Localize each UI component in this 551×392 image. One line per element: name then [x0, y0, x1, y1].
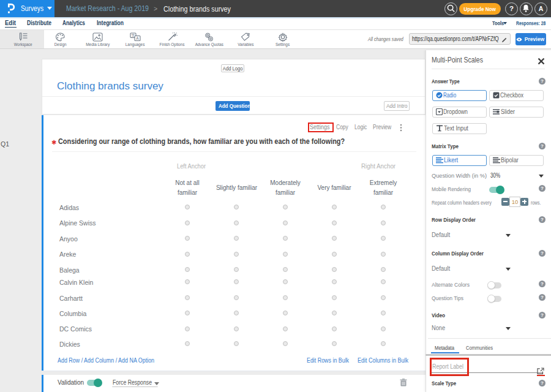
svg-text:A: A	[136, 36, 139, 40]
svg-text:文: 文	[131, 33, 135, 37]
